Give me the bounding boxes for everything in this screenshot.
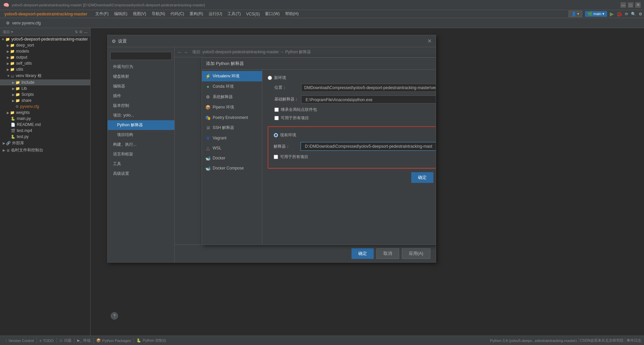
python-icon: 🐍	[11, 117, 15, 121]
tree-item-readme[interactable]: 📄 README.md	[0, 122, 90, 128]
tree-item-utils[interactable]: ▶ 📁 utils	[0, 66, 90, 72]
branch-selector[interactable]: 🌿 main ▾	[585, 11, 607, 17]
debug-button[interactable]: 🐞	[616, 11, 622, 17]
menu-help[interactable]: 帮助(H)	[282, 11, 302, 17]
status-version-control[interactable]: ↑ Version Control	[3, 339, 37, 343]
menu-window[interactable]: 窗口(W)	[262, 11, 282, 17]
settings-dialog-title: 设置	[118, 38, 427, 44]
inner-confirm-button[interactable]: 确定	[411, 172, 433, 183]
user-icon[interactable]: 👤 ▾	[569, 11, 582, 17]
tree-item-weights[interactable]: ▶ 📁 weights	[0, 110, 90, 116]
nav-editor[interactable]: 编辑器	[108, 81, 174, 91]
available-new-checkbox[interactable]	[274, 116, 279, 120]
interp-type-conda[interactable]: ● Conda 环境	[202, 81, 262, 92]
status-problems[interactable]: ⚠ 问题	[57, 338, 74, 343]
minimize-button[interactable]: —	[621, 2, 626, 8]
menu-vcs[interactable]: VCS(S)	[244, 12, 263, 16]
help-button[interactable]: ?	[111, 312, 118, 320]
maximize-button[interactable]: □	[628, 2, 633, 8]
menu-edit[interactable]: 编辑(E)	[111, 11, 130, 17]
nav-python-interpreter[interactable]: Python 解释器	[108, 120, 174, 130]
tree-settings-btn[interactable]: ⚙	[79, 30, 83, 34]
status-python-packages[interactable]: 📦 Python Packages	[94, 338, 134, 343]
settings-search[interactable]	[110, 52, 172, 60]
tree-item-main[interactable]: 🐍 main.py	[0, 116, 90, 122]
nav-advanced[interactable]: 高级设置	[108, 169, 174, 179]
nav-project-structure[interactable]: 项目结构	[108, 130, 174, 140]
settings-cancel-button[interactable]: 取消	[376, 248, 399, 259]
tree-item-models[interactable]: ▶ 📁 models	[0, 48, 90, 54]
menu-view[interactable]: 视图(V)	[130, 11, 149, 17]
interp-type-pipenv[interactable]: 📦 Pipenv 环境	[202, 102, 262, 113]
tree-item-share[interactable]: ▶ 📁 share	[0, 97, 90, 104]
settings-confirm-button[interactable]: 确定	[352, 248, 374, 259]
interp-type-docker[interactable]: 🐋 Docker	[202, 153, 262, 163]
tree-item-deep_sort[interactable]: ▶ 📁 deep_sort	[0, 42, 90, 48]
event-log[interactable]: 事件日志	[627, 338, 641, 343]
nav-plugins[interactable]: 插件	[108, 91, 174, 101]
existing-env-radio-label[interactable]: 现有环境	[274, 132, 296, 138]
tree-item-lib[interactable]: ▶ 📁 Lib	[0, 85, 90, 91]
menu-code[interactable]: 代码(C)	[168, 11, 187, 17]
window-controls[interactable]: — □ ✕	[621, 2, 641, 8]
tab-pyvenv[interactable]: ⚙ venv pyvenv.cfg	[2, 19, 45, 27]
status-todo[interactable]: ≡ TODO	[37, 339, 56, 343]
tree-item-venv[interactable]: ▼ 🗂 venv library 根	[0, 72, 90, 79]
interp-type-virtualenv[interactable]: ⚡ Virtualenv 环境	[202, 71, 262, 81]
existing-env-radio[interactable]	[274, 133, 278, 137]
menu-file[interactable]: 文件(F)	[93, 11, 111, 17]
tree-close-btn[interactable]: —	[84, 30, 88, 34]
status-terminal[interactable]: ▶_ 终端	[74, 338, 93, 343]
location-row: 位置： ...	[274, 83, 436, 92]
base-interpreter-select[interactable]: E:\ProgramFile\Anaconda\python.exe	[301, 95, 436, 104]
inherit-checkbox[interactable]	[274, 108, 279, 112]
interp-type-wsl[interactable]: △ WSL	[202, 143, 262, 153]
nav-appearance[interactable]: 外观与行为	[108, 62, 174, 72]
label: test.py	[17, 134, 29, 139]
run-button[interactable]: ▶	[610, 11, 614, 17]
new-env-radio[interactable]	[268, 76, 272, 80]
available-existing-checkbox[interactable]	[274, 155, 278, 159]
menu-navigate[interactable]: 导航(N)	[149, 11, 168, 17]
nav-languages[interactable]: 语言和框架	[108, 149, 174, 159]
toolbar-more[interactable]: ⟳	[625, 12, 628, 16]
tree-item-video[interactable]: 🎬 test.mp4	[0, 128, 90, 134]
tree-collapse-btn[interactable]: ⇅	[75, 30, 78, 34]
nav-tools[interactable]: 工具	[108, 159, 174, 169]
interp-type-vagrant[interactable]: V Vagrant	[202, 133, 262, 143]
tree-item-self_utils[interactable]: ▶ 📁 self_utils	[0, 60, 90, 66]
menu-refactor[interactable]: 重构(R)	[187, 11, 206, 17]
nav-vcs[interactable]: 版本控制	[108, 101, 174, 111]
close-button[interactable]: ✕	[635, 2, 641, 8]
tree-item-include[interactable]: ▶ 📁 Include	[0, 79, 90, 85]
interp-type-docker-compose[interactable]: 🐋 Docker Compose	[202, 163, 262, 173]
tree-item-external-libs[interactable]: ▶ 🔗 外部库	[0, 140, 90, 147]
status-python-console[interactable]: 🐍 Python 控制台	[134, 338, 169, 343]
breadcrumb-back[interactable]: ←	[177, 50, 182, 55]
tree-item-test[interactable]: 🐍 test.py	[0, 134, 90, 140]
new-env-radio-label[interactable]: 新环境	[268, 75, 436, 81]
tree-item-output[interactable]: ▶ 📁 output	[0, 54, 90, 60]
interpreter-select[interactable]: D:\DMDownload\Compressed\yolov5-deepsort…	[301, 142, 436, 151]
label: main.py	[17, 116, 31, 121]
tree-item-temp[interactable]: ▶ 🖥 临时文件和控制台	[0, 147, 90, 154]
menu-run[interactable]: 运行(U)	[206, 11, 225, 17]
divider	[625, 338, 625, 343]
settings-icon[interactable]: ⚙	[639, 12, 642, 16]
settings-close-button[interactable]: ✕	[427, 38, 432, 44]
nav-project[interactable]: 项目: yolo...	[108, 111, 174, 120]
nav-keymap[interactable]: 键盘映射	[108, 72, 174, 81]
tree-item-pyvenv[interactable]: ▶ ⚙ pyvenv.cfg	[0, 104, 90, 110]
interp-type-poetry[interactable]: 🎭 Poetry Environment	[202, 113, 262, 123]
menu-tools[interactable]: 工具(T)	[225, 11, 243, 17]
location-input[interactable]	[301, 84, 436, 92]
search-icon[interactable]: 🔍	[631, 12, 636, 16]
tree-root[interactable]: ▼ 📁 yolov5-deepsort-pedestraintracking-m…	[0, 36, 90, 42]
interp-type-ssh[interactable]: 🖥 SSH 解释器	[202, 123, 262, 133]
interp-type-system[interactable]: ⚙ 系统解释器	[202, 92, 262, 102]
breadcrumb-forward[interactable]: →	[183, 50, 188, 55]
settings-apply-button[interactable]: 应用(A)	[402, 248, 430, 259]
tree-item-scripts[interactable]: ▶ 📁 Scripts	[0, 91, 90, 97]
expand-arrow: ▶	[3, 148, 5, 152]
nav-build[interactable]: 构建、执行...	[108, 140, 174, 149]
